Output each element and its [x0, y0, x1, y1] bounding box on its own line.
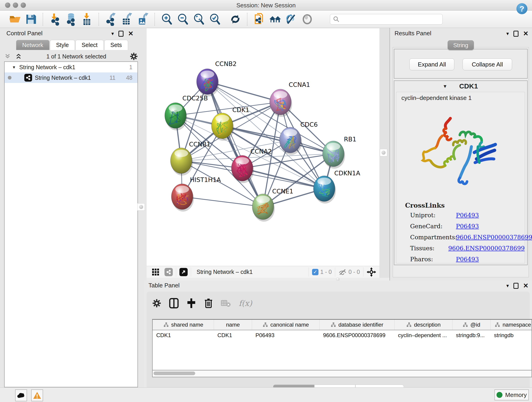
crosslink-link[interactable]: 9606.ENSP00000378699 — [456, 234, 532, 241]
zoom-in-button[interactable] — [160, 13, 173, 26]
save-session-button[interactable] — [24, 13, 38, 26]
panel-float-icon[interactable] — [513, 31, 519, 37]
right-splitter-handle[interactable] — [380, 149, 387, 156]
node-RB1[interactable]: RB1 — [323, 136, 356, 169]
graphics-details-button[interactable] — [285, 13, 298, 26]
node-table[interactable]: shared namenamecanonical namedatabase id… — [152, 319, 532, 370]
panel-collapse-icon[interactable]: ▾ — [506, 31, 509, 37]
refresh-button[interactable] — [229, 13, 242, 26]
delete-table-icon[interactable] — [221, 299, 231, 307]
column-header-shared-name[interactable]: shared name — [152, 320, 214, 330]
column-header-name[interactable]: name — [214, 320, 252, 330]
expand-all-icon[interactable] — [15, 53, 23, 60]
cell[interactable]: stringdb — [490, 330, 532, 340]
panel-float-icon[interactable] — [119, 31, 123, 37]
node-CDKN1A[interactable]: CDKN1A — [313, 170, 360, 204]
node-CCNA1[interactable]: CCNA1 — [270, 81, 310, 117]
gene-collapse-icon[interactable]: ▾ — [443, 83, 446, 89]
network-collection-row[interactable]: ▾ String Network – cdk1 1 — [5, 62, 138, 72]
trash-icon[interactable] — [204, 298, 213, 308]
add-column-icon[interactable] — [186, 298, 196, 308]
show-columns-icon[interactable] — [169, 298, 179, 308]
tree-expand-icon[interactable]: ▾ — [13, 64, 15, 70]
shared-column-icon — [495, 322, 500, 327]
column-header-namespace[interactable]: namespace — [490, 320, 532, 330]
collapse-all-icon[interactable] — [4, 53, 12, 60]
node-HIST1H1A[interactable]: HIST1H1A — [171, 176, 221, 211]
crosslink-link[interactable]: P06493 — [456, 212, 479, 219]
glass-ball-button[interactable] — [301, 13, 314, 26]
export-image-button[interactable] — [136, 13, 149, 26]
open-session-button[interactable] — [8, 13, 22, 26]
collapse-all-button[interactable]: Collapse All — [462, 58, 512, 70]
import-network-file-button[interactable] — [48, 13, 61, 26]
cell[interactable]: cyclin–dependent ... — [394, 330, 452, 340]
edge-CCNB2-CCNE1[interactable] — [207, 82, 263, 207]
network-graph[interactable]: CCNB2CCNA1CDC25BCDK1CDC6RB1CCNB1CCNA2CDK… — [147, 28, 380, 266]
column-header-@id[interactable]: @id — [452, 320, 490, 330]
search-input[interactable] — [340, 16, 436, 22]
column-header-canonical-name[interactable]: canonical name — [252, 320, 319, 330]
toolbar-search[interactable] — [330, 14, 443, 25]
column-header-database-identifier[interactable]: database identifier — [319, 320, 394, 330]
panel-float-icon[interactable] — [513, 283, 519, 289]
crosslink-link[interactable]: P06493 — [456, 256, 479, 263]
export-table-button[interactable] — [120, 13, 133, 26]
import-table-file-button[interactable] — [80, 13, 94, 26]
node-label-RB1: RB1 — [344, 136, 356, 143]
birdseye-grid-icon[interactable] — [152, 268, 159, 276]
warning-button[interactable] — [31, 389, 43, 401]
tab-network[interactable]: Network — [16, 40, 50, 50]
node-CCNB2[interactable]: CCNB2 — [196, 60, 237, 96]
share-file-button[interactable] — [253, 13, 266, 26]
import-network-database-button[interactable] — [64, 13, 77, 26]
panel-close-icon[interactable]: ✕ — [523, 282, 528, 289]
network-share-badge[interactable] — [165, 268, 173, 276]
crosslink-row: Pharos:P06493 — [410, 256, 525, 263]
zoom-out-button[interactable] — [176, 13, 189, 26]
zoom-selected-button[interactable] — [208, 13, 221, 26]
network-canvas[interactable]: CCNB2CCNA1CDC25BCDK1CDC6RB1CCNB1CCNA2CDK… — [147, 28, 380, 266]
tab-select[interactable]: Select — [75, 40, 104, 50]
table-hscrollbar-thumb[interactable] — [153, 371, 195, 375]
export-network-button[interactable] — [104, 13, 117, 26]
selected-checkbox-icon[interactable]: ✓ — [312, 269, 318, 275]
function-builder-icon[interactable]: f(x) — [239, 299, 252, 308]
zoom-fit-button[interactable] — [192, 13, 205, 26]
node-CCNA2[interactable]: CCNA2 — [231, 148, 272, 183]
panel-collapse-icon[interactable]: ▾ — [111, 31, 114, 37]
cell[interactable]: CDK1 — [152, 330, 214, 340]
string-results-body: Expand All Collapse All ▾ CDK1 cyclin–de… — [393, 47, 529, 277]
pan-crosshair-icon[interactable] — [367, 267, 376, 277]
help-button[interactable]: ? — [516, 3, 527, 14]
edge-HIST1H1A-CCNE1[interactable] — [182, 197, 263, 207]
expand-all-button[interactable]: Expand All — [409, 58, 454, 70]
cell[interactable]: stringdb:9... — [452, 330, 490, 340]
hidden-eye-icon[interactable] — [338, 269, 347, 275]
column-header-description[interactable]: description — [394, 320, 452, 330]
tab-sets[interactable]: Sets — [104, 40, 128, 50]
panel-close-icon[interactable]: ✕ — [128, 30, 133, 37]
network-row[interactable]: String Network – cdk1 11 48 — [5, 72, 138, 83]
node-CCNE1[interactable]: CCNE1 — [252, 188, 293, 222]
gear-icon[interactable] — [152, 299, 161, 308]
panel-close-icon[interactable]: ✕ — [523, 30, 528, 37]
export-arrow-icon — [143, 13, 148, 18]
crosslink-link[interactable]: 9606.ENSP00000378699 — [448, 245, 525, 252]
cell[interactable]: CDK1 — [214, 330, 252, 340]
navigator-button[interactable] — [268, 13, 282, 26]
gear-icon[interactable] — [130, 52, 138, 61]
cloud-button[interactable] — [15, 389, 27, 401]
memory-button[interactable]: Memory — [494, 389, 529, 400]
open-external-icon[interactable] — [179, 268, 188, 276]
crosslink-link[interactable]: P06493 — [456, 223, 479, 230]
panel-collapse-icon[interactable]: ▾ — [506, 283, 509, 289]
cell[interactable]: P06493 — [252, 330, 319, 340]
tab-string[interactable]: String — [448, 40, 474, 50]
cell[interactable]: 9606.ENSP00000378699 — [319, 330, 394, 340]
table-hscrollbar[interactable] — [152, 370, 532, 377]
node-CDC25B[interactable]: CDC25B — [165, 95, 208, 130]
table-row[interactable]: CDK1CDK1P064939606.ENSP00000378699cyclin… — [152, 330, 532, 340]
left-splitter-handle[interactable] — [138, 203, 145, 211]
tab-style[interactable]: Style — [50, 40, 75, 50]
